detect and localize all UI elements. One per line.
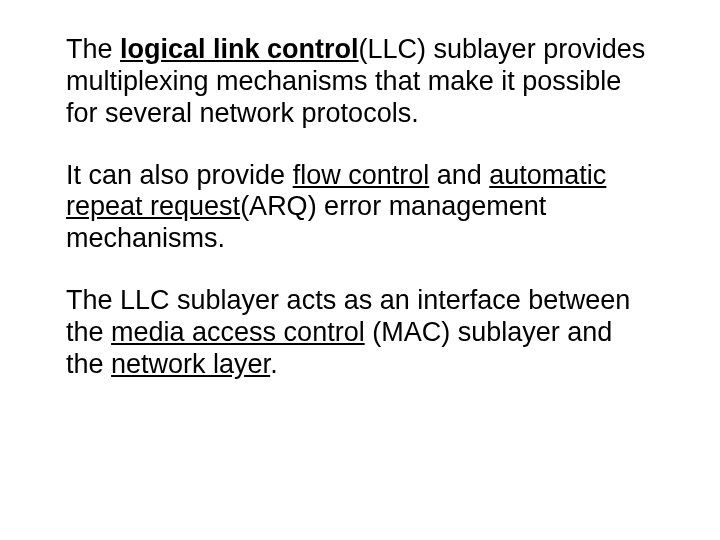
term-network-layer: network layer [111,349,270,379]
paragraph-2: It can also provide flow control and aut… [66,160,654,256]
paragraph-1: The logical link control(LLC) sublayer p… [66,34,654,130]
slide-body: The logical link control(LLC) sublayer p… [0,0,720,540]
text-run: and [429,160,489,190]
text-run: The [66,34,120,64]
term-llc: logical link control [120,34,359,64]
text-run: It can also provide [66,160,293,190]
paragraph-3: The LLC sublayer acts as an interface be… [66,285,654,381]
text-run: . [270,349,278,379]
term-flow-control: flow control [293,160,430,190]
term-mac: media access control [111,317,365,347]
